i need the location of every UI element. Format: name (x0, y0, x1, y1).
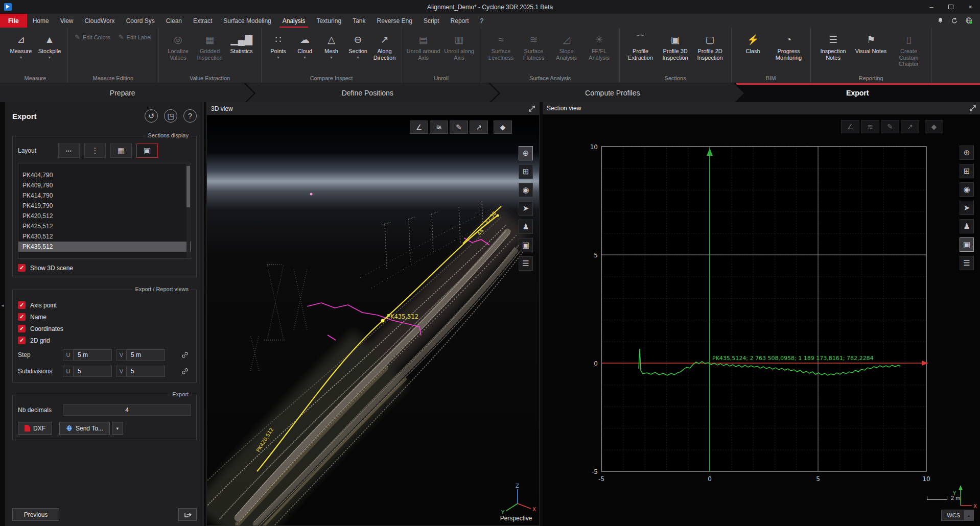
sections-list[interactable]: PK404,790PK409,790PK414,790PK419,790PK42… (18, 163, 191, 259)
projection-mode-label[interactable]: Perspective (483, 515, 539, 522)
view-option-checkbox[interactable] (18, 313, 26, 321)
view-tool-button[interactable]: ✎ (450, 121, 468, 134)
ribbon-item[interactable]: ☰ Inspection Notes (814, 32, 852, 62)
workflow-step[interactable]: Export (735, 83, 980, 102)
expand-view-icon[interactable] (970, 105, 976, 111)
ribbon-item[interactable]: ⊖ Section (345, 32, 371, 61)
menu-item[interactable]: CloudWorx (79, 14, 120, 28)
view-option-checkbox[interactable] (18, 325, 26, 332)
ribbon-item[interactable]: ☁ Cloud (292, 32, 318, 61)
nav-tool-button[interactable]: ▣ (519, 238, 533, 252)
send-to-dropdown-button[interactable] (112, 422, 123, 435)
menu-item[interactable]: Texturing (311, 14, 347, 28)
ribbon-item[interactable]: ✳ FF/FL Analysis (583, 32, 616, 62)
nb-decimals-input[interactable] (63, 404, 191, 416)
section-viewport[interactable]: PK435,5124; 2 763 508,0958; 1 189 173,81… (543, 115, 980, 526)
ribbon-item[interactable]: ◔ Progress Monitoring (771, 32, 807, 62)
link-uv-icon[interactable] (179, 366, 191, 377)
layout-option-button[interactable]: ▦ (110, 144, 132, 158)
subdivisions-u-input[interactable] (73, 366, 112, 377)
menu-item[interactable]: Script (418, 14, 445, 28)
menu-item[interactable]: Analysis (277, 14, 311, 28)
menu-item[interactable]: Reverse Eng (371, 14, 418, 28)
view-tool-button[interactable]: ≋ (430, 121, 448, 134)
nav-tool-button[interactable]: ◉ (519, 183, 533, 197)
ribbon-item[interactable]: ⚑ Visual Notes (852, 32, 890, 56)
expand-view-icon[interactable] (529, 106, 535, 112)
previous-button[interactable]: Previous (12, 508, 59, 521)
notifications-bell-icon[interactable] (937, 17, 944, 24)
section-list-item[interactable]: PK435,512 (18, 242, 191, 252)
menu-item[interactable]: Tank (347, 14, 371, 28)
view-option-checkbox[interactable] (18, 337, 26, 344)
view-tool-button[interactable]: ∠ (410, 121, 428, 134)
ribbon-item[interactable]: ◿ Slope Analysis (550, 32, 583, 62)
menu-item[interactable]: Report (445, 14, 475, 28)
menu-item[interactable]: View (55, 14, 79, 28)
ribbon-item[interactable]: ≋ Surface Flatness (518, 32, 550, 62)
panel-collapse-handle[interactable] (0, 300, 5, 310)
menu-item[interactable]: Coord Sys (121, 14, 160, 28)
ribbon-item[interactable]: ◎ Localize Values (162, 32, 194, 62)
view-tool-button[interactable]: ◆ (925, 120, 943, 133)
menu-item[interactable]: Clean (160, 14, 188, 28)
nav-tool-button[interactable]: ⊞ (519, 164, 533, 179)
dxf-export-button[interactable]: DXF (18, 422, 52, 435)
view-tool-button[interactable]: ↗ (901, 120, 919, 133)
ribbon-item[interactable]: ✎ Edit Colors (72, 32, 113, 43)
view-tool-button[interactable]: ◆ (494, 121, 512, 134)
nav-tool-button[interactable]: ⊕ (519, 146, 533, 160)
step-v-input[interactable] (126, 349, 165, 361)
ribbon-item[interactable]: △ Mesh (318, 32, 345, 61)
nav-tool-button[interactable]: ▣ (960, 237, 974, 252)
show-3d-scene-checkbox[interactable] (18, 264, 26, 272)
nav-tool-button[interactable]: ➤ (960, 201, 974, 215)
ribbon-item[interactable]: ▦ Gridded Inspection (194, 32, 226, 62)
menu-item[interactable]: ? (475, 14, 489, 28)
minimize-button[interactable]: – (922, 0, 941, 14)
section-list-item[interactable]: PK414,790 (18, 190, 191, 201)
sync-icon[interactable] (951, 17, 958, 24)
ribbon-item[interactable]: ▥ Unroll along Axis (441, 32, 477, 62)
ribbon-item[interactable]: ▯ Create Custom Chapter (890, 32, 928, 68)
section-list-item[interactable]: PK420,512 (18, 211, 191, 221)
ribbon-item[interactable]: ↗ Along Direction (371, 32, 398, 62)
subdivisions-v-input[interactable] (126, 366, 165, 377)
layout-option-button[interactable]: ▣ (136, 144, 158, 158)
ribbon-item[interactable]: ⚡ Clash (735, 32, 771, 56)
menu-item[interactable]: Extract (188, 14, 218, 28)
close-button[interactable]: × (961, 0, 980, 14)
section-list-item[interactable]: PK425,512 (18, 221, 191, 231)
nav-tool-button[interactable]: ♟ (519, 220, 533, 234)
section-list-item[interactable]: PK419,790 (18, 201, 191, 211)
view-tool-button[interactable]: ∠ (841, 120, 859, 133)
ribbon-item[interactable]: ▢ Profile 2D Inspection (693, 32, 728, 62)
finish-export-button[interactable] (178, 508, 197, 521)
section-list-item[interactable]: PK430,512 (18, 231, 191, 242)
menu-item[interactable]: Surface Modeling (218, 14, 276, 28)
nav-tool-button[interactable]: ☰ (960, 256, 974, 270)
ribbon-item[interactable]: ✎ Edit Label (115, 32, 155, 43)
view-tool-button[interactable]: ✎ (881, 120, 899, 133)
scrollbar-thumb[interactable] (186, 166, 190, 207)
ribbon-item[interactable]: ▤ Unroll around Axis (406, 32, 441, 62)
workflow-step[interactable]: Define Positions (245, 83, 491, 102)
layout-option-button[interactable]: ▪▪▪ (58, 144, 80, 158)
section-list-item[interactable]: PK404,790 (18, 170, 191, 180)
send-to-button[interactable]: Send To... (59, 422, 110, 435)
workflow-step[interactable]: Prepare (0, 83, 245, 102)
workflow-step[interactable]: Compute Profiles (490, 83, 735, 102)
panel-header-icon[interactable]: ↺ (145, 109, 158, 123)
ribbon-item[interactable]: ≈ Surface Levelness (485, 32, 518, 62)
nav-tool-button[interactable]: ☰ (519, 256, 533, 271)
link-uv-icon[interactable] (179, 349, 191, 361)
ribbon-item[interactable]: ▣ Profile 3D Inspection (658, 32, 693, 62)
section-list-item[interactable]: PK409,790 (18, 180, 191, 190)
view-tool-button[interactable]: ↗ (470, 121, 488, 134)
online-status-globe-icon[interactable] (965, 17, 973, 25)
layout-option-button[interactable]: ⋮ (84, 144, 106, 158)
menu-item[interactable]: Home (27, 14, 55, 28)
3d-viewport[interactable]: PK435,512 PK420,512 37,38 44 ∠≋✎↗◆ ⊕⊞◉➤♟… (207, 115, 539, 525)
ribbon-item[interactable]: ∷ Points (265, 32, 292, 61)
view-tool-button[interactable]: ≋ (861, 120, 879, 133)
